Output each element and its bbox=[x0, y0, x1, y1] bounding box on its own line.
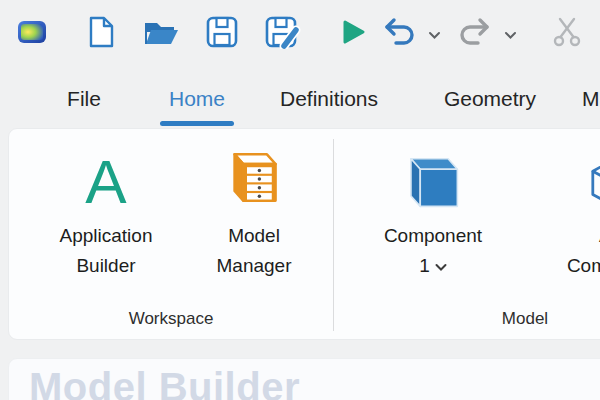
model-builder-panel: Model Builder bbox=[8, 358, 600, 400]
add-component-icon bbox=[587, 135, 600, 213]
scissors-icon bbox=[551, 16, 583, 52]
save-icon bbox=[205, 15, 239, 53]
active-tab-indicator bbox=[160, 121, 234, 126]
new-file-icon bbox=[86, 15, 116, 53]
ribbon-group-label-model: Model bbox=[335, 309, 600, 329]
application-builder-icon: A bbox=[85, 135, 126, 213]
save-button[interactable] bbox=[204, 16, 240, 52]
save-as-icon bbox=[264, 15, 302, 53]
run-button[interactable] bbox=[338, 20, 368, 48]
chevron-down-icon bbox=[435, 251, 447, 281]
save-as-button[interactable] bbox=[263, 16, 303, 52]
undo-dropdown-button[interactable] bbox=[426, 29, 442, 41]
undo-button[interactable] bbox=[382, 17, 420, 51]
app-logo-button[interactable] bbox=[16, 20, 48, 48]
application-builder-label: Application Builder bbox=[60, 221, 153, 281]
undo-icon bbox=[383, 17, 419, 51]
component-1-label: Component 1 bbox=[384, 221, 482, 281]
tab-file[interactable]: File bbox=[58, 82, 110, 116]
tab-materials[interactable]: Materials bbox=[582, 82, 600, 116]
tab-geometry[interactable]: Geometry bbox=[428, 82, 552, 116]
component-cube-icon bbox=[404, 135, 462, 213]
model-manager-button[interactable]: Model Manager bbox=[195, 135, 313, 303]
model-manager-label: Model Manager bbox=[217, 221, 292, 281]
ribbon-group-label-workspace: Workspace bbox=[9, 309, 333, 329]
ribbon-panel: A Application Builder bbox=[8, 128, 600, 340]
chevron-down-icon bbox=[504, 26, 517, 44]
add-component-button[interactable]: Add Component bbox=[541, 135, 600, 303]
add-component-label: Add Component bbox=[567, 221, 600, 281]
new-file-button[interactable] bbox=[84, 16, 118, 52]
comsol-logo-icon bbox=[17, 19, 47, 49]
app-window: File Home Definitions Geometry Materials… bbox=[0, 0, 600, 400]
application-builder-button[interactable]: A Application Builder bbox=[20, 135, 192, 303]
open-folder-icon bbox=[143, 16, 181, 52]
redo-dropdown-button[interactable] bbox=[502, 29, 518, 41]
chevron-down-icon bbox=[428, 26, 441, 44]
redo-icon bbox=[455, 17, 491, 51]
redo-button[interactable] bbox=[454, 17, 492, 51]
component-1-button[interactable]: Component 1 bbox=[361, 135, 505, 303]
cut-button[interactable] bbox=[549, 15, 585, 53]
tab-definitions[interactable]: Definitions bbox=[262, 82, 396, 116]
open-file-button[interactable] bbox=[143, 18, 181, 50]
ribbon-group-separator bbox=[333, 139, 334, 331]
model-manager-icon bbox=[226, 135, 282, 213]
model-builder-title: Model Builder bbox=[29, 365, 300, 400]
run-play-icon bbox=[340, 19, 366, 49]
tab-home[interactable]: Home bbox=[160, 82, 234, 116]
